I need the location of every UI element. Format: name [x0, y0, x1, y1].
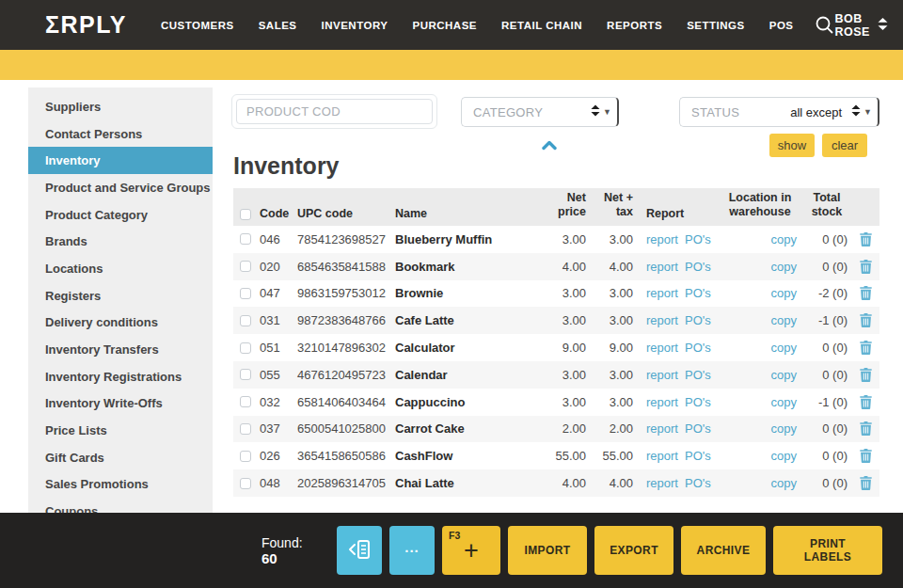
sidebar-item-gift-cards[interactable]: Gift Cards [28, 444, 213, 471]
report-link[interactable]: report [646, 368, 678, 382]
row-checkbox[interactable] [240, 369, 251, 380]
show-button[interactable]: show [769, 134, 815, 157]
select-all-checkbox[interactable] [240, 209, 251, 220]
delete-icon[interactable] [860, 368, 872, 382]
product-code-filter [231, 94, 437, 129]
row-checkbox[interactable] [240, 233, 251, 245]
clear-button[interactable]: clear [822, 134, 867, 157]
category-select[interactable]: CATEGORY ▼ [461, 97, 619, 127]
sidebar-item-locations[interactable]: Locations [28, 255, 213, 282]
row-checkbox[interactable] [240, 396, 251, 407]
sidebar-item-product-and-service-groups[interactable]: Product and Service Groups [28, 174, 213, 201]
export-button[interactable]: EXPORT [594, 526, 673, 575]
row-checkbox[interactable] [240, 261, 251, 272]
row-checkbox[interactable] [240, 288, 251, 299]
copy-link[interactable]: copy [771, 368, 797, 382]
copy-link[interactable]: copy [771, 260, 797, 274]
nav-pos[interactable]: POS [769, 20, 794, 31]
chevron-up-icon[interactable] [542, 137, 557, 154]
delete-icon[interactable] [860, 421, 872, 436]
cell-code: 047 [258, 286, 295, 300]
pos-link[interactable]: PO's [685, 476, 711, 490]
row-checkbox[interactable] [240, 342, 251, 354]
cell-stock: 0 (0) [802, 260, 851, 274]
delete-icon[interactable] [860, 286, 872, 300]
sidebar-item-inventory-write-offs[interactable]: Inventory Write-Offs [28, 390, 213, 418]
sidebar-item-suppliers[interactable]: Suppliers [28, 93, 213, 120]
delete-icon[interactable] [860, 313, 872, 327]
sidebar-item-contact-persons[interactable]: Contact Persons [28, 120, 213, 148]
report-link[interactable]: report [646, 421, 678, 436]
sidebar-item-price-lists[interactable]: Price Lists [28, 417, 213, 444]
pos-link[interactable]: PO's [685, 368, 711, 382]
delete-icon[interactable] [860, 341, 872, 355]
delete-icon[interactable] [860, 476, 872, 490]
user-menu[interactable]: BOB ROSE [835, 12, 888, 39]
delete-icon[interactable] [860, 395, 872, 409]
cell-code: 037 [258, 421, 295, 436]
pos-link[interactable]: PO's [685, 232, 711, 246]
delete-icon[interactable] [860, 449, 872, 463]
sidebar-item-product-category[interactable]: Product Category [28, 201, 213, 229]
copy-link[interactable]: copy [771, 395, 797, 409]
sidebar-item-inventory-transfers[interactable]: Inventory Transfers [28, 336, 213, 363]
copy-link[interactable]: copy [771, 232, 797, 246]
cell-name: Cafe Latte [393, 313, 539, 327]
nav-settings[interactable]: SETTINGS [687, 20, 745, 31]
sidebar-item-registers[interactable]: Registers [28, 282, 213, 310]
status-select-label: STATUS [691, 105, 739, 119]
pos-link[interactable]: PO's [685, 395, 711, 409]
report-link[interactable]: report [646, 232, 678, 246]
more-options-button[interactable]: ... [389, 526, 435, 575]
inventory-table: Code UPC code Name Netprice Net +tax Rep… [233, 188, 879, 497]
nav-inventory[interactable]: INVENTORY [322, 20, 388, 31]
row-checkbox[interactable] [240, 315, 251, 326]
report-link[interactable]: report [646, 449, 678, 463]
copy-link[interactable]: copy [771, 421, 797, 436]
report-link[interactable]: report [646, 260, 678, 274]
pos-link[interactable]: PO's [685, 449, 711, 463]
report-link[interactable]: report [646, 476, 678, 490]
copy-link[interactable]: copy [771, 313, 797, 327]
toggle-panel-button[interactable] [337, 526, 382, 575]
pos-link[interactable]: PO's [685, 313, 711, 327]
archive-button[interactable]: ARCHIVE [681, 526, 766, 575]
pos-link[interactable]: PO's [685, 421, 711, 436]
sidebar-item-brands[interactable]: Brands [28, 228, 213, 255]
add-new-button[interactable]: F3 + [442, 526, 500, 575]
print-labels-button[interactable]: PRINT LABELS [773, 526, 882, 575]
erply-logo[interactable]: ΣRPLY [45, 11, 127, 39]
nav-sales[interactable]: SALES [259, 20, 297, 31]
row-checkbox[interactable] [240, 451, 251, 462]
report-link[interactable]: report [646, 313, 678, 327]
product-code-input[interactable] [236, 99, 433, 124]
status-select[interactable]: STATUS all except ▼ [679, 97, 879, 127]
copy-link[interactable]: copy [771, 341, 797, 355]
search-icon[interactable] [815, 15, 835, 36]
report-link[interactable]: report [646, 286, 678, 300]
nav-reports[interactable]: REPORTS [607, 20, 662, 31]
row-checkbox[interactable] [240, 423, 251, 435]
nav-retail-chain[interactable]: RETAIL CHAIN [501, 20, 582, 31]
sidebar-item-sales-promotions[interactable]: Sales Promotions [28, 471, 213, 499]
table-row: 037 6500541025800 Carrot Cake 2.00 2.00 … [233, 416, 879, 443]
nav-customers[interactable]: CUSTOMERS [161, 20, 234, 31]
table-row: 055 4676120495723 Calendar 3.00 3.00 rep… [233, 361, 879, 389]
report-link[interactable]: report [646, 341, 678, 355]
copy-link[interactable]: copy [771, 449, 797, 463]
delete-icon[interactable] [860, 232, 872, 246]
sidebar-item-inventory-registrations[interactable]: Inventory Registrations [28, 363, 213, 390]
sidebar-item-inventory[interactable]: Inventory [28, 147, 213, 174]
nav-purchase[interactable]: PURCHASE [412, 20, 477, 31]
import-button[interactable]: IMPORT [508, 526, 587, 575]
cell-net-price: 3.00 [539, 232, 590, 246]
copy-link[interactable]: copy [771, 476, 797, 490]
pos-link[interactable]: PO's [685, 286, 711, 300]
pos-link[interactable]: PO's [685, 341, 711, 355]
pos-link[interactable]: PO's [685, 260, 711, 274]
report-link[interactable]: report [646, 395, 678, 409]
copy-link[interactable]: copy [771, 286, 797, 300]
sidebar-item-delivery-conditions[interactable]: Delivery conditions [28, 310, 213, 337]
delete-icon[interactable] [860, 260, 872, 274]
row-checkbox[interactable] [240, 478, 251, 489]
